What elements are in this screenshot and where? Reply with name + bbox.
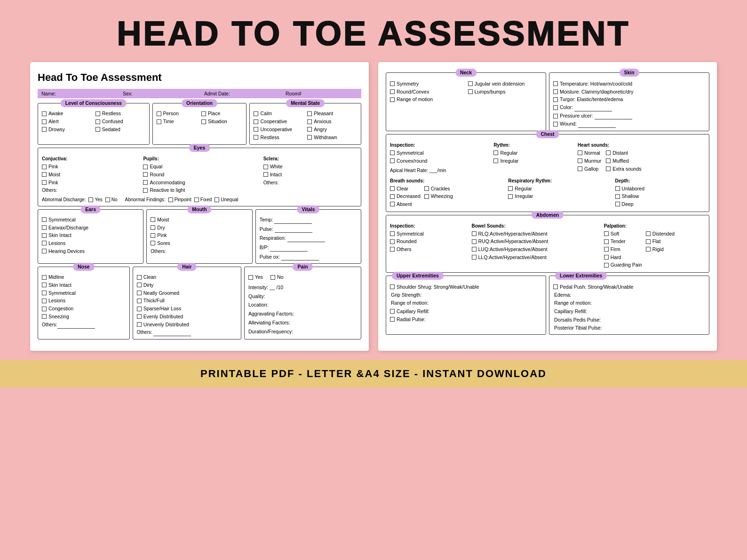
cb[interactable]: [95, 111, 100, 116]
cb[interactable]: [390, 158, 395, 163]
cb[interactable]: [390, 231, 395, 236]
cb[interactable]: [553, 114, 558, 118]
cb[interactable]: [646, 247, 651, 252]
cb[interactable]: [472, 231, 477, 236]
cb[interactable]: [606, 166, 611, 171]
cb[interactable]: [137, 314, 142, 319]
cb[interactable]: [42, 249, 47, 253]
cb[interactable]: [553, 284, 558, 289]
cb[interactable]: [42, 127, 47, 132]
cb[interactable]: [472, 255, 477, 260]
cb[interactable]: [254, 119, 258, 124]
cb[interactable]: [254, 135, 258, 140]
cb[interactable]: [201, 111, 206, 116]
cb[interactable]: [201, 119, 206, 124]
cb[interactable]: [553, 97, 558, 102]
cb[interactable]: [42, 225, 47, 230]
cb[interactable]: [137, 322, 142, 327]
cb[interactable]: [151, 233, 155, 238]
pulseox-field[interactable]: [281, 253, 319, 261]
cb[interactable]: [168, 197, 173, 202]
cb[interactable]: [143, 165, 148, 169]
cb[interactable]: [606, 150, 611, 155]
cb[interactable]: [604, 239, 609, 244]
cb[interactable]: [42, 299, 47, 303]
cb[interactable]: [137, 275, 142, 280]
cb[interactable]: [105, 197, 110, 202]
cb[interactable]: [553, 89, 558, 94]
cb[interactable]: [143, 188, 148, 193]
cb[interactable]: [604, 255, 609, 260]
cb[interactable]: [390, 186, 395, 191]
cb[interactable]: [270, 275, 275, 280]
cb[interactable]: [151, 217, 155, 222]
cb[interactable]: [42, 172, 47, 177]
cb[interactable]: [468, 89, 473, 94]
resp-field[interactable]: [287, 235, 325, 242]
cb[interactable]: [248, 275, 253, 280]
cb[interactable]: [137, 291, 142, 295]
cb[interactable]: [143, 172, 148, 177]
cb[interactable]: [42, 217, 47, 222]
cb[interactable]: [42, 241, 47, 245]
cb[interactable]: [307, 111, 312, 116]
cb[interactable]: [42, 314, 47, 319]
cb[interactable]: [578, 158, 582, 163]
cb[interactable]: [390, 81, 395, 86]
cb[interactable]: [42, 307, 47, 311]
cb[interactable]: [307, 119, 312, 124]
cb[interactable]: [254, 111, 258, 116]
cb[interactable]: [390, 247, 395, 252]
cb[interactable]: [615, 186, 620, 191]
cb[interactable]: [307, 135, 312, 140]
cb[interactable]: [615, 202, 620, 206]
cb[interactable]: [42, 291, 47, 295]
cb[interactable]: [390, 239, 395, 244]
cb[interactable]: [390, 309, 395, 314]
cb[interactable]: [194, 197, 199, 202]
cb[interactable]: [42, 283, 47, 287]
cb[interactable]: [493, 158, 498, 163]
cb[interactable]: [95, 127, 100, 132]
cb[interactable]: [151, 225, 155, 230]
cb[interactable]: [615, 194, 620, 199]
cb[interactable]: [95, 119, 100, 124]
cb[interactable]: [254, 127, 258, 132]
cb[interactable]: [493, 150, 498, 155]
cb[interactable]: [553, 122, 558, 126]
cb[interactable]: [390, 150, 395, 155]
cb[interactable]: [606, 158, 611, 163]
cb[interactable]: [390, 202, 395, 206]
cb[interactable]: [578, 166, 582, 171]
cb[interactable]: [424, 186, 429, 191]
cb[interactable]: [390, 284, 395, 289]
pulse-field[interactable]: [275, 226, 312, 233]
cb[interactable]: [42, 275, 47, 280]
cb[interactable]: [42, 180, 47, 185]
cb[interactable]: [151, 241, 155, 245]
cb[interactable]: [553, 81, 558, 86]
cb[interactable]: [472, 247, 477, 252]
cb[interactable]: [215, 197, 219, 202]
cb[interactable]: [263, 165, 268, 169]
cb[interactable]: [604, 263, 609, 268]
cb[interactable]: [390, 97, 395, 102]
cb[interactable]: [42, 111, 47, 116]
cb[interactable]: [137, 299, 142, 303]
cb[interactable]: [263, 172, 268, 177]
cb[interactable]: [390, 194, 395, 199]
cb[interactable]: [307, 127, 312, 132]
cb[interactable]: [646, 231, 651, 236]
cb[interactable]: [604, 231, 609, 236]
cb[interactable]: [390, 317, 395, 322]
cb[interactable]: [578, 150, 582, 155]
cb[interactable]: [646, 239, 651, 244]
cb[interactable]: [157, 119, 161, 124]
cb[interactable]: [604, 247, 609, 252]
cb[interactable]: [553, 105, 558, 110]
cb[interactable]: [508, 186, 513, 191]
cb[interactable]: [424, 194, 429, 199]
cb[interactable]: [42, 165, 47, 169]
cb[interactable]: [137, 307, 142, 311]
cb[interactable]: [472, 239, 477, 244]
